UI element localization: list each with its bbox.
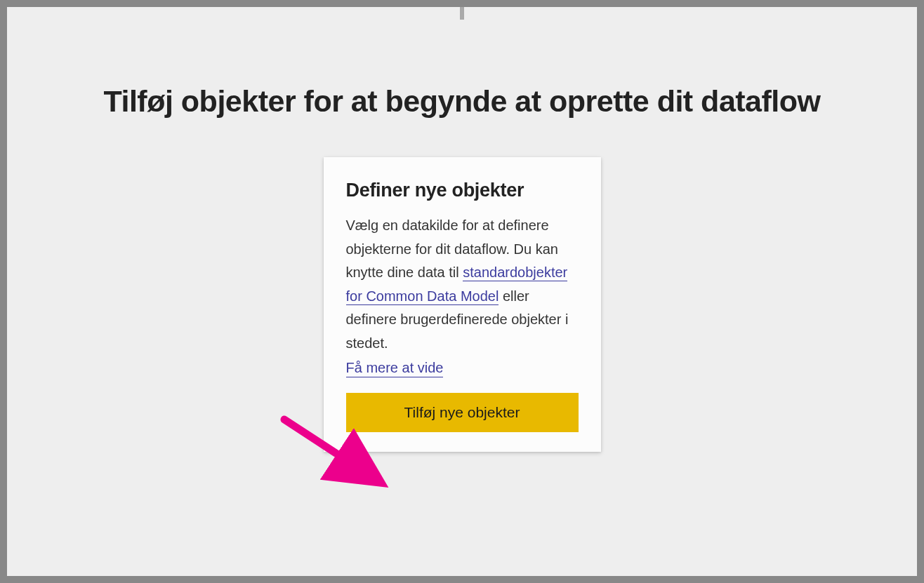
page-container: Tilføj objekter for at begynde at oprett… (7, 7, 917, 576)
top-marker (460, 7, 464, 20)
page-title: Tilføj objekter for at begynde at oprett… (7, 84, 917, 119)
learn-more-link[interactable]: Få mere at vide (346, 360, 444, 377)
card-description: Vælg en datakilde for at definere objekt… (346, 214, 579, 356)
add-new-objects-button[interactable]: Tilføj nye objekter (346, 393, 579, 432)
define-objects-card: Definer nye objekter Vælg en datakilde f… (324, 157, 601, 452)
card-title: Definer nye objekter (346, 180, 579, 201)
